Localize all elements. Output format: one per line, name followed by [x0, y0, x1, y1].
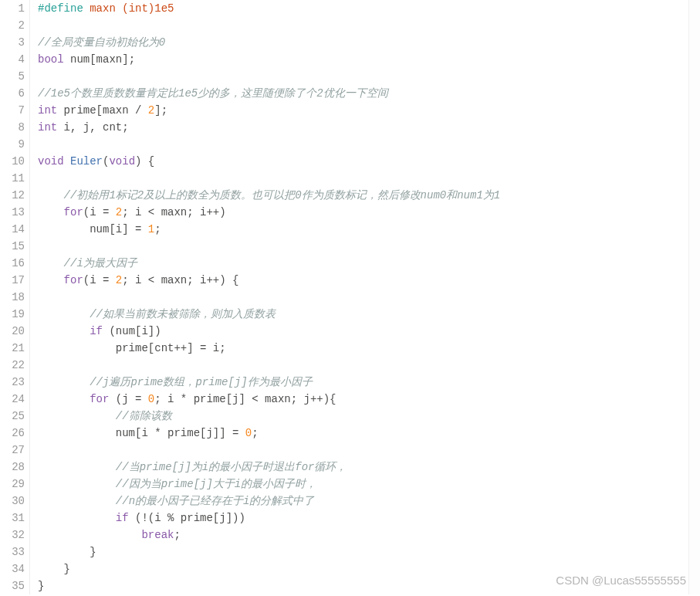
token-id: (num[i]) — [103, 325, 161, 337]
line-number: 8 — [0, 119, 25, 136]
scrollbar-track[interactable] — [688, 0, 700, 594]
line-number: 35 — [0, 577, 25, 594]
line-number: 11 — [0, 170, 25, 187]
code-line: break; — [38, 527, 700, 544]
token-id — [38, 393, 90, 405]
line-number: 26 — [0, 425, 25, 442]
token-id: num[i * prime[j]] = — [38, 427, 245, 439]
code-line: //因为当prime[j]大于i的最小因子时， — [38, 476, 700, 493]
code-line: //筛除该数 — [38, 408, 700, 425]
token-cmt: //i为最大因子 — [64, 257, 137, 269]
token-cmt: //如果当前数未被筛除，则加入质数表 — [90, 308, 276, 320]
token-kw: for — [64, 206, 83, 218]
line-number: 13 — [0, 204, 25, 221]
token-id: } — [38, 563, 70, 575]
line-number: 18 — [0, 289, 25, 306]
token-id — [38, 189, 64, 201]
token-id: ; i < maxn; i++) { — [122, 274, 238, 286]
token-kw: break — [141, 529, 174, 541]
token-num: 0 — [245, 427, 252, 439]
code-line: int i, j, cnt; — [38, 119, 700, 136]
token-num: 1 — [148, 223, 154, 235]
line-number: 19 — [0, 306, 25, 323]
line-number: 27 — [0, 442, 25, 459]
line-number-gutter: 1234567891011121314151617181920212223242… — [0, 0, 30, 594]
line-number: 34 — [0, 560, 25, 577]
line-number: 4 — [0, 51, 25, 68]
code-line: for(i = 2; i < maxn; i++) — [38, 204, 700, 221]
code-line: int prime[maxn / 2]; — [38, 102, 700, 119]
line-number: 24 — [0, 391, 25, 408]
line-number: 17 — [0, 272, 25, 289]
code-line: //如果当前数未被筛除，则加入质数表 — [38, 306, 700, 323]
code-line: num[i * prime[j]] = 0; — [38, 425, 700, 442]
token-kw: for — [90, 393, 109, 405]
token-cast: (int)1e5 — [122, 2, 174, 15]
token-id: ) { — [135, 155, 154, 168]
token-id: ; — [174, 529, 180, 541]
code-line: //初始用1标记2及以上的数全为质数。也可以把0作为质数标记，然后修改num0和… — [38, 187, 700, 204]
code-line: } — [38, 560, 700, 577]
token-id — [38, 461, 116, 473]
line-number: 25 — [0, 408, 25, 425]
line-number: 14 — [0, 221, 25, 238]
line-number: 28 — [0, 459, 25, 476]
line-number: 5 — [0, 68, 25, 85]
code-content[interactable]: #define maxn (int)1e5 //全局变量自动初始化为0bool … — [30, 0, 700, 594]
token-id — [38, 376, 90, 388]
token-num: 0 — [148, 393, 154, 405]
line-number: 7 — [0, 102, 25, 119]
line-number: 3 — [0, 34, 25, 51]
token-fn: Euler — [70, 155, 103, 168]
code-line: //当prime[j]为i的最小因子时退出for循环， — [38, 459, 700, 476]
token-id: (!(i % prime[j])) — [129, 512, 245, 524]
code-line — [38, 17, 700, 34]
token-id: prime[cnt++] = i; — [38, 342, 226, 354]
token-kw: if — [90, 325, 103, 337]
token-id — [38, 257, 64, 269]
token-type: int — [38, 121, 64, 134]
line-number: 32 — [0, 527, 25, 544]
token-id: (j = — [109, 393, 147, 405]
token-id — [38, 529, 141, 541]
token-cmt: //因为当prime[j]大于i的最小因子时， — [116, 478, 316, 490]
token-id: ; — [252, 427, 258, 439]
code-line: //全局变量自动初始化为0 — [38, 34, 700, 51]
token-id: prime[maxn / — [64, 104, 148, 117]
token-pre: #define — [38, 2, 90, 15]
code-line: //1e5个数里质数数量肯定比1e5少的多，这里随便除了个2优化一下空间 — [38, 85, 700, 102]
token-id: num[maxn]; — [70, 53, 135, 66]
code-line: if (!(i % prime[j])) — [38, 510, 700, 527]
code-line: //i为最大因子 — [38, 255, 700, 272]
code-line — [38, 68, 700, 85]
line-number: 16 — [0, 255, 25, 272]
token-id: ]; — [154, 104, 167, 117]
code-line: } — [38, 544, 700, 560]
code-line: //n的最小因子已经存在于i的分解式中了 — [38, 493, 700, 510]
token-id — [38, 325, 90, 337]
code-line — [38, 442, 700, 459]
token-id: ; i < maxn; i++) — [122, 206, 225, 218]
token-cmt: //全局变量自动初始化为0 — [38, 36, 165, 49]
code-line: //j遍历prime数组，prime[j]作为最小因子 — [38, 374, 700, 391]
line-number: 23 — [0, 374, 25, 391]
token-cmt: //1e5个数里质数数量肯定比1e5少的多，这里随便除了个2优化一下空间 — [38, 87, 388, 100]
code-line — [38, 289, 700, 306]
token-id: ; i * prime[j] < maxn; j++){ — [154, 393, 336, 405]
line-number: 31 — [0, 510, 25, 527]
token-id — [38, 512, 116, 524]
token-id: (i = — [83, 206, 116, 218]
token-id — [38, 206, 64, 218]
token-id: i, j, cnt; — [64, 121, 129, 134]
line-number: 9 — [0, 136, 25, 153]
code-block: 1234567891011121314151617181920212223242… — [0, 0, 700, 594]
token-id — [38, 495, 116, 507]
code-line: for (j = 0; i * prime[j] < maxn; j++){ — [38, 391, 700, 408]
code-line: prime[cnt++] = i; — [38, 340, 700, 357]
line-number: 22 — [0, 357, 25, 374]
token-macro: maxn — [90, 2, 122, 15]
code-line: num[i] = 1; — [38, 221, 700, 238]
token-cmt: //当prime[j]为i的最小因子时退出for循环， — [116, 461, 347, 473]
token-num: 2 — [148, 104, 154, 117]
token-cmt: //n的最小因子已经存在于i的分解式中了 — [116, 495, 315, 507]
